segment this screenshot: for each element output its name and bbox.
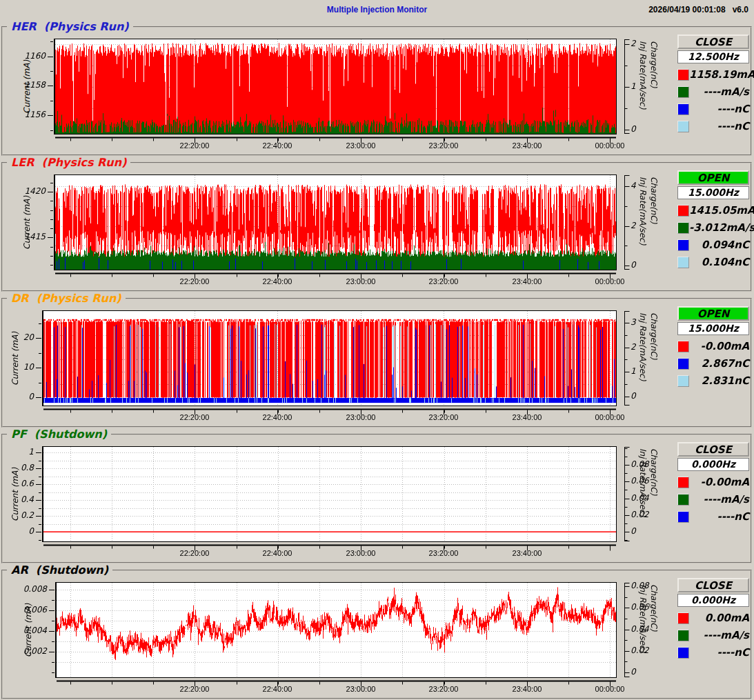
legend-row: -0.00mA [677,341,749,352]
injection-rate-display: 12.500Hz [677,50,749,63]
panel-title-ler: LER (Physics Run) [7,156,130,169]
y2-tick-label: 0.06 [631,476,662,486]
panel-title-her: HER (Physics Run) [7,20,133,33]
chart-canvas-her [34,37,642,149]
x-tick-label: 22:20:00 [170,549,219,558]
panel-title-pf: PF (Shutdown) [7,428,111,441]
legend-swatch-charge1 [677,239,689,251]
legend-swatch-current [677,341,689,352]
y2-tick-label: 4 [631,181,662,190]
legend-value-rate: ----mA/s [689,86,749,98]
legend-row: ----nC [677,647,749,659]
y2-tick-label: 0 [631,667,662,677]
legend-value-rate: ----mA/s [689,630,749,641]
injection-rate-display: 15.000Hz [677,186,749,199]
legend-swatch-rate [677,86,689,98]
legend-value-charge1: ----nC [689,647,749,659]
shutter-button-her[interactable]: CLOSE [677,34,749,49]
x-tick-label: 23:40:00 [502,685,552,694]
y-tick-label: 0.004 [14,626,47,635]
x-tick-label: 23:00:00 [336,413,386,422]
x-tick-label: 22:40:00 [252,413,302,422]
legend-swatch-rate [677,494,689,506]
x-tick-label: 22:20:00 [170,685,219,694]
legend-ler: OPEN 15.000Hz 1415.05mA -3.012mA/s 0.094… [677,170,749,274]
legend-value-current: 0.00mA [689,612,749,624]
y-tick-label: 0.4 [1,494,34,504]
x-tick-label: 00:00:00 [585,277,635,286]
legend-swatch-rate [677,222,689,234]
legend-swatch-charge1 [677,511,689,523]
y2-tick-label: 0.02 [631,646,662,655]
legend-value-current: 1158.19mA [689,69,754,81]
shutter-button-dr[interactable]: OPEN [677,306,749,321]
page-title: Multiple Injection Monitor [0,5,754,14]
panel-her: HER (Physics Run) Current (mA) Charge(nC… [0,21,754,157]
legend-rows: -0.00mA 2.867nC 2.831nC [677,341,749,387]
legend-value-charge1: 0.094nC [689,239,749,251]
x-tick-label: 23:40:00 [502,141,552,150]
legend-dr: OPEN 15.000Hz -0.00mA 2.867nC 2.831nC [677,306,749,392]
x-tick-label: 23:00:00 [336,685,386,694]
legend-row: 0.00mA [677,612,749,624]
panel-title-dr: DR (Physics Run) [7,292,126,305]
x-tick-label: 00:00:00 [585,141,635,150]
app-header: Multiple Injection Monitor 2026/04/19 00… [0,0,754,21]
legend-swatch-charge1 [677,358,689,370]
legend-row: 2.867nC [677,358,749,370]
legend-row: ----mA/s [677,630,749,641]
y-tick-label: 20 [1,332,34,342]
y2-tick-label: 2 [631,342,662,352]
x-tick-label: 23:40:00 [502,413,552,422]
legend-row: -3.012mA/s [677,222,749,234]
legend-row: 2.831nC [677,375,749,387]
panel-ar: AR (Shutdown) Current (mA) Charge(nC) In… [0,564,754,700]
y-tick-label: 0 [1,392,34,401]
x-tick-label: 00:00:00 [585,685,635,694]
legend-value-charge1: ----nC [689,103,749,115]
y-tick-label: 0.006 [14,605,47,614]
shutter-button-ler[interactable]: OPEN [677,170,749,185]
y2-tick-label: 0 [631,526,662,536]
y-tick-label: 1420 [12,186,46,196]
y-tick-label: 0.008 [14,584,47,594]
y-tick-label: 1 [1,447,34,457]
legend-row: ----nC [677,121,749,132]
y-tick-label: 0.2 [1,510,34,520]
legend-row: 1158.19mA [677,69,749,81]
chart-canvas-dr [34,309,642,421]
legend-rows: -0.00mA ----mA/s ----nC [677,477,749,523]
y-tick-label: 0.002 [14,646,47,656]
y-tick-label: 1415 [12,232,46,241]
x-tick-label: 23:40:00 [502,549,552,558]
y-tick-label: 1156 [12,110,46,119]
y2-tick-label: 0 [631,124,662,134]
y2-tick-label: 1 [631,366,662,376]
legend-row: ----mA/s [677,494,749,506]
y2-tick-label: 3 [631,317,662,327]
y2-tick-label: 0.04 [631,493,662,503]
panel-ler: LER (Physics Run) Current (mA) Charge(nC… [0,157,754,292]
shutter-button-pf[interactable]: CLOSE [677,442,749,457]
x-tick-label: 22:20:00 [170,413,219,422]
y2-tick-label: 0.06 [631,602,662,612]
datetime-text: 2026/04/19 00:01:08 [648,5,725,14]
legend-rows: 1415.05mA -3.012mA/s 0.094nC 0.104nC [677,205,749,268]
legend-rows: 1158.19mA ----mA/s ----nC ----nC [677,69,749,132]
legend-swatch-current [677,205,689,217]
legend-value-current: -0.00mA [689,477,749,488]
y2-tick-label: 0.04 [631,624,662,634]
legend-row: 0.104nC [677,257,749,268]
y2-tick-label: 0.02 [631,510,662,519]
version-text: v6.0 [733,5,748,14]
header-info: 2026/04/19 00:01:08 v6.0 [648,5,748,14]
y-tick-label: 10 [1,362,34,372]
y-tick-label: 1158 [12,80,46,90]
x-tick-label: 23:40:00 [502,277,552,286]
shutter-button-ar[interactable]: CLOSE [677,578,749,592]
x-tick-label: 23:20:00 [419,685,468,694]
x-tick-label: 22:40:00 [252,141,302,150]
legend-row: ----nC [677,511,749,523]
legend-value-charge2: ----nC [689,121,749,132]
legend-value-rate: -3.012mA/s [689,222,754,234]
